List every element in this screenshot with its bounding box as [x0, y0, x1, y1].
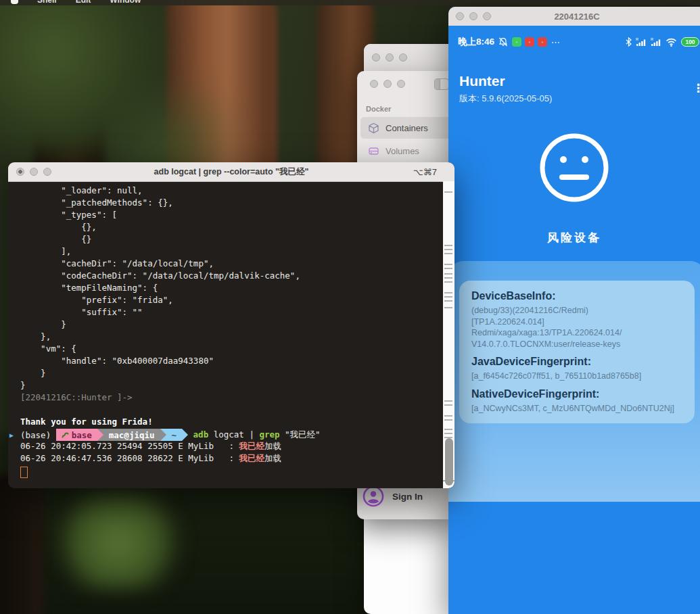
- macos-menubar[interactable]: ShellEditWindow: [0, 0, 700, 5]
- terminal-body[interactable]: "_loader": null, "_patchedMethods": {}, …: [8, 181, 443, 488]
- scrollbar-mark: [444, 429, 452, 430]
- terminal-output-line: {},: [20, 222, 443, 234]
- signal-sim1-icon: R: [636, 37, 647, 47]
- svg-text:R: R: [651, 37, 653, 41]
- venv-segment: base: [56, 429, 97, 441]
- typed-command: adb logcat | grep "我已经": [188, 429, 321, 441]
- terminal-window[interactable]: adb logcat | grep --color=auto "我已经" ⌥⌘7…: [8, 162, 454, 488]
- scrollbar-mark: [444, 253, 452, 254]
- conda-prefix: (base): [20, 430, 56, 440]
- card-section-line: [a_f6454c726c07ff51, b_765110b1ad8765b8]: [471, 371, 682, 382]
- card-section-line: V14.0.7.0.TLOCNXM:user/release-keys: [471, 339, 682, 350]
- terminal-output-line: "handle": "0xb400007daa943380": [20, 356, 443, 368]
- terminal-shortcut: ⌥⌘7: [413, 167, 437, 177]
- scrollbar-mark: [444, 300, 452, 302]
- terminal-output-line: {}: [20, 234, 443, 246]
- risk-face-icon: [448, 133, 700, 203]
- wifi-icon: [666, 38, 677, 47]
- scrollbar-mark: [444, 268, 452, 269]
- terminal-output-line: "prefix": "frida",: [20, 295, 443, 307]
- card-section-title: JavaDeviceFingerprint:: [471, 356, 682, 368]
- sidebar-item-volumes[interactable]: Volumes: [360, 140, 455, 162]
- terminal-output: "_loader": null, "_patchedMethods": {}, …: [20, 185, 443, 429]
- menubar-item-window[interactable]: Window: [110, 0, 141, 5]
- terminal-output-line: [20, 404, 443, 417]
- bell-slash-icon: [498, 37, 508, 47]
- traffic-lights[interactable]: [372, 53, 407, 62]
- battery-indicator: 100: [681, 37, 699, 47]
- window-title: 22041216C: [448, 11, 700, 22]
- docker-sidebar-label: Docker: [366, 105, 459, 113]
- logcat-line: 06-26 20:46:47.536 28608 28622 E MyLib :…: [20, 453, 443, 465]
- avatar-icon: [363, 486, 384, 507]
- terminal-output-line: "suffix": "": [20, 307, 443, 319]
- risk-status-label: 风险设备: [448, 230, 700, 245]
- terminal-output-line: Thank you for using Frida!: [20, 417, 443, 429]
- traffic-lights[interactable]: [16, 168, 51, 176]
- device-info-card[interactable]: DeviceBaseInfo:(debug/33)(22041216C/Redm…: [459, 281, 695, 423]
- scrollbar-mark: [444, 400, 452, 402]
- scrollbar-mark: [444, 404, 452, 406]
- terminal-prompt: ▶ (base) base mac@jiqiu ~ adb logcat | g…: [20, 429, 443, 441]
- docker-sign-in[interactable]: Sign In: [363, 486, 423, 507]
- android-mirror-window[interactable]: 22041216C 晚上8:46 ◦◦◦ ⋯: [448, 7, 700, 614]
- scrollbar-mark: [444, 277, 452, 279]
- app-version: 版本: 5.9.6(2025-05-05): [459, 93, 552, 105]
- scrollbar-mark: [444, 307, 452, 308]
- terminal-scrollbar[interactable]: [443, 181, 454, 488]
- red-app-icon: ◦: [525, 37, 534, 47]
- bluetooth-icon: [626, 37, 632, 47]
- sidebar-toggle-icon[interactable]: [434, 78, 449, 90]
- android-titlebar: 22041216C: [448, 7, 700, 26]
- status-time: 晚上8:46: [458, 36, 494, 48]
- sidebar-item-label: Containers: [386, 123, 428, 133]
- docker-sidebar: Containers Volumes: [357, 117, 459, 162]
- host-segment: mac@jiqiu: [103, 429, 160, 441]
- cwd-segment: ~: [166, 429, 183, 441]
- terminal-title: adb logcat | grep --color=auto "我已经": [62, 166, 400, 178]
- traffic-lights[interactable]: [370, 80, 405, 88]
- signal-sim2-icon: R: [651, 37, 661, 47]
- scrollbar-mark: [444, 419, 452, 421]
- terminal-output-line: }: [20, 368, 443, 380]
- terminal-output-line: },: [20, 331, 443, 344]
- terminal-cursor: [20, 467, 28, 478]
- menubar-item-shell[interactable]: Shell: [37, 0, 57, 5]
- sign-in-label: Sign In: [392, 492, 423, 502]
- terminal-output-line: "_loader": null,: [20, 185, 443, 197]
- scrollbar-mark: [444, 433, 452, 434]
- scrollbar-mark: [444, 249, 452, 250]
- scrollbar-mark: [444, 281, 452, 283]
- scrollbar-mark: [444, 296, 452, 298]
- scrollbar-mark: [444, 191, 452, 193]
- scrollbar-mark: [444, 264, 452, 265]
- notification-app-icons: ◦◦◦: [512, 37, 547, 47]
- volumes-drive-icon: [368, 145, 379, 157]
- menubar-item-edit[interactable]: Edit: [76, 0, 91, 5]
- kebab-menu-icon[interactable]: ⋮: [693, 81, 700, 95]
- card-section-title: NativeDeviceFingerprint:: [471, 388, 682, 400]
- sidebar-item-containers[interactable]: Containers: [360, 117, 455, 139]
- sidebar-item-label: Volumes: [386, 146, 419, 156]
- apple-logo-icon[interactable]: [11, 0, 18, 4]
- prompt-leader-arrow: ▶: [9, 431, 14, 439]
- terminal-output-line: "_types": [: [20, 210, 443, 222]
- scrollbar-mark: [444, 245, 452, 246]
- scrollbar-thumb[interactable]: [445, 438, 453, 486]
- terminal-titlebar: adb logcat | grep --color=auto "我已经" ⌥⌘7: [8, 162, 454, 182]
- terminal-output-line: ],: [20, 246, 443, 258]
- terminal-output-line: "_patchedMethods": {},: [20, 197, 443, 210]
- svg-text:R: R: [636, 37, 638, 41]
- card-section-line: (debug/33)(22041216C/Redmi): [471, 305, 682, 316]
- android-screen[interactable]: 晚上8:46 ◦◦◦ ⋯ R: [448, 26, 700, 614]
- terminal-output-line: "vm": {: [20, 344, 443, 356]
- card-section-title: DeviceBaseInfo:: [471, 290, 682, 302]
- red-app2-icon: ◦: [538, 37, 547, 47]
- snake-icon: [62, 431, 69, 439]
- card-section-line: [TP1A.220624.014]: [471, 316, 682, 328]
- desktop: ShellEditWindow Docker Containers Volume…: [0, 0, 700, 614]
- terminal-output-line: "tempFileNaming": {: [20, 283, 443, 295]
- content-sheet: DeviceBaseInfo:(debug/33)(22041216C/Redm…: [448, 261, 700, 502]
- logcat-output: 06-26 20:42:05.723 25494 25505 E MyLib :…: [20, 441, 443, 465]
- docker-titlebar: [357, 71, 459, 97]
